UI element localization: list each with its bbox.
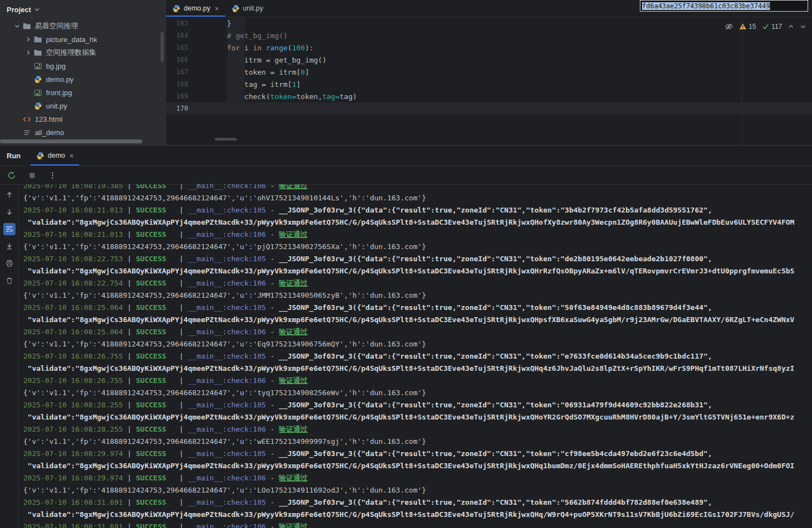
log-level: SUCCESS [136, 401, 167, 409]
log-message: 验证通过 [279, 328, 308, 336]
log-time: 2025-07-10 16:08:26.755 [23, 352, 123, 360]
print-button[interactable] [3, 257, 15, 270]
log-time: 2025-07-10 16:08:22.753 [23, 255, 123, 263]
console-line: "validate":"8gxMgwjCs36ABQyKiWXApPYj4qme… [23, 460, 812, 472]
log-payload: {'v':'v1.1','fp':'41888912424753,2964668… [23, 291, 426, 299]
next-problem-icon[interactable] [800, 23, 806, 30]
code-segment: 100 [292, 44, 304, 52]
log-separator: | [166, 449, 188, 458]
log-location: __main__:check:106 [188, 474, 266, 482]
log-payload: {'v':'v1.1','fp':'41888912424753,2964668… [23, 194, 426, 202]
horizontal-scrollbar[interactable] [0, 139, 142, 143]
log-location: __main__:check:106 [188, 425, 266, 433]
code-segment: tag= [322, 92, 339, 101]
log-separator: | [166, 376, 188, 385]
log-payload: {'v':'v1.1','fp':'41888912424753,2964668… [23, 340, 426, 348]
tab-demo-py[interactable]: demo.py × [166, 0, 225, 17]
run-tab-label: demo [48, 152, 65, 159]
tree-item-bg-jpg[interactable]: bg.jpg [0, 59, 166, 73]
console-line: 2025-07-10 16:08:28.255 | SUCCESS | __ma… [23, 399, 812, 411]
tree-item-spatial-dataset-folder[interactable]: 空间推理数据集 [0, 46, 166, 59]
code-lines: 163}164# get_bg_img()165for i in range(1… [166, 17, 812, 115]
prev-problem-icon[interactable] [788, 23, 794, 30]
chevron-right-icon[interactable] [23, 36, 33, 43]
chevron-right-icon[interactable] [23, 49, 33, 56]
chevron-down-icon[interactable] [34, 6, 40, 13]
log-level: SUCCESS [136, 279, 167, 287]
code-line-166[interactable]: 166 itrm = get_bg_img() [166, 54, 812, 66]
log-location: __main__:check:105 [188, 206, 266, 214]
log-separator: | [123, 206, 136, 214]
log-separator: | [123, 376, 136, 385]
log-separator: | [166, 303, 188, 312]
log-location: __main__:check:105 [188, 303, 266, 312]
hide-warnings-button[interactable] [725, 22, 733, 31]
log-level: SUCCESS [136, 230, 167, 239]
code-segment: tag) [340, 92, 357, 101]
code-segment: i [240, 44, 252, 52]
log-time: 2025-07-10 16:08:26.755 [23, 376, 123, 385]
clear-all-button[interactable] [3, 275, 15, 287]
chevron-down-icon[interactable] [12, 23, 22, 29]
tab-unit-py[interactable]: unit.py [225, 0, 270, 17]
token-input[interactable]: fd6a43ae25f74398b61c03c83be37449 [640, 0, 808, 12]
project-panel-header[interactable]: Project [0, 0, 166, 19]
next-occurrence-button[interactable] [3, 206, 15, 218]
log-time: 2025-07-10 16:08:21.013 [23, 230, 123, 239]
line-number: 165 [166, 44, 188, 51]
passed-checks-indicator[interactable]: 117 [762, 23, 782, 30]
code-segment: 0 [301, 68, 305, 76]
tree-item-front-jpg[interactable]: front.jpg [0, 86, 166, 99]
tree-item-123-html[interactable]: 123.html [0, 112, 166, 126]
console-line: 2025-07-10 16:08:22.753 | SUCCESS | __ma… [23, 253, 812, 265]
log-separator: | [166, 352, 188, 360]
log-separator: | [166, 474, 188, 482]
console-line: 2025-07-10 16:08:21.013 | SUCCESS | __ma… [23, 229, 812, 241]
tree-item-yidun-spatial-folder[interactable]: 易盾空间推理 [0, 19, 166, 33]
line-number: 169 [166, 92, 188, 100]
scroll-to-end-button[interactable] [3, 240, 15, 252]
prev-occurrence-button[interactable] [3, 189, 15, 201]
more-options-button[interactable] [47, 170, 58, 181]
log-validate: "validate":"8gxMgwjCs36ABQyKiWXApPYj4qme… [23, 218, 794, 226]
log-payload: {'v':'v1.1','fp':'41888912424753,2964668… [23, 437, 426, 446]
code-line-165[interactable]: 165for i in range(100): [166, 42, 812, 54]
soft-wrap-button[interactable] [3, 223, 15, 235]
log-separator: | [166, 279, 188, 287]
code-line-167[interactable]: 167 token = itrm[0] [166, 66, 812, 78]
stop-button[interactable] [27, 170, 38, 181]
run-tab-demo[interactable]: demo × [30, 146, 79, 165]
log-separator: - [266, 328, 278, 336]
code-line-169[interactable]: 169 check(token=token,tag=tag) [166, 90, 812, 102]
editor-horizontal-scrollbar[interactable] [215, 138, 237, 141]
tree-item-picture-data-hk-folder[interactable]: picture_data_hk [0, 33, 166, 46]
code-line-170[interactable]: 170 [166, 102, 812, 115]
warnings-indicator[interactable]: 15 [739, 23, 756, 30]
log-separator: | [123, 498, 136, 506]
close-tab-icon[interactable]: × [215, 4, 219, 13]
tree-item-unit-py[interactable]: unit.py [0, 99, 166, 112]
log-separator: | [123, 328, 136, 336]
tree-item-demo-py[interactable]: demo.py [0, 73, 166, 86]
code-segment: # get_bg_img() [227, 32, 288, 40]
code-area[interactable]: 163}164# get_bg_img()165for i in range(1… [166, 17, 812, 115]
console-line: 2025-07-10 16:08:19.385 | SUCCESS | __ma… [23, 184, 812, 192]
log-message: __JSONP_3of03rw_3({"data":{"result":true… [279, 352, 712, 360]
code-line-168[interactable]: 168 tag = itrm[1] [166, 78, 812, 90]
tree-item-all-demo[interactable]: all_demo [0, 126, 166, 139]
log-location: __main__:check:105 [188, 352, 266, 360]
console-output[interactable]: 2025-07-10 16:08:19.385 | SUCCESS | __ma… [19, 184, 812, 528]
close-tab-icon[interactable]: × [70, 152, 74, 160]
log-level: SUCCESS [136, 352, 167, 360]
code-segment: } [227, 19, 231, 28]
line-number: 164 [166, 32, 188, 39]
log-separator: - [266, 401, 278, 409]
log-validate: "validate":"8gxMgwjCs36ABQyKiWXApPYj4qme… [23, 462, 794, 470]
rerun-button[interactable] [6, 170, 17, 181]
log-message: 验证通过 [279, 425, 308, 433]
log-time: 2025-07-10 16:08:22.754 [23, 279, 123, 287]
vertical-scrollbar[interactable] [161, 32, 164, 62]
console-line: 2025-07-10 16:08:31.691 | SUCCESS | __ma… [23, 521, 812, 528]
code-line-164[interactable]: 164# get_bg_img() [166, 29, 812, 42]
code-line-163[interactable]: 163} [166, 17, 812, 29]
